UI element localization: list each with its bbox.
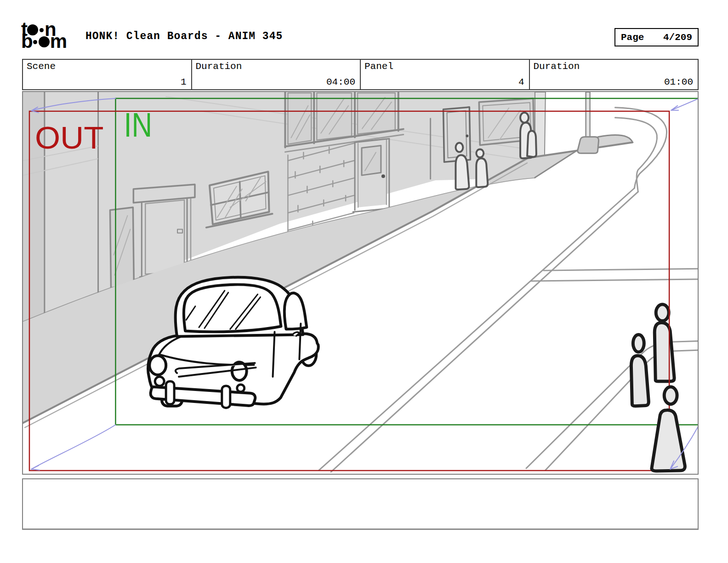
meta-label: Panel — [364, 61, 393, 72]
connector-bottom-left — [31, 425, 116, 471]
caption-box — [22, 478, 699, 530]
camera-frame-out-label: OUT — [35, 121, 104, 155]
meta-label: Duration — [534, 61, 580, 72]
storefront-door — [444, 107, 471, 162]
pedestrian-foreground-front — [652, 387, 685, 471]
display-window — [110, 207, 134, 288]
storyboard-panel-drawing: OUT IN — [23, 92, 698, 474]
logo-letter: m — [50, 34, 66, 48]
storyboard-page: t n b m HONK! Clean Boards - ANIM 345 Pa… — [0, 0, 728, 563]
car-bumper-guard — [166, 381, 174, 404]
car-headlight-left — [149, 356, 166, 375]
meta-value: 4 — [518, 77, 524, 87]
meta-label: Duration — [196, 61, 242, 72]
meta-label: Scene — [27, 61, 56, 72]
page-label: Page — [621, 32, 644, 43]
car-bumper-guard — [222, 386, 230, 408]
street-pole — [578, 92, 599, 153]
toonboom-logo: t n b m — [21, 22, 66, 49]
meta-cell-panel-duration: Duration 01:00 — [530, 60, 698, 89]
storyboard-panel: OUT IN — [22, 91, 699, 475]
panel-meta-table: Scene 1 Duration 04:00 Panel 4 Duration … — [22, 59, 699, 90]
street-scene-sketch — [23, 92, 698, 472]
document-title: HONK! Clean Boards - ANIM 345 — [85, 30, 283, 42]
meta-cell-panel: Panel 4 — [361, 60, 530, 89]
page-value: 4/209 — [663, 32, 692, 43]
logo-dot-large-icon — [39, 36, 50, 47]
logo-letter: b — [21, 34, 32, 48]
meta-value: 04:00 — [326, 77, 355, 87]
logo-row-2: b m — [21, 34, 66, 49]
car-windshield — [184, 285, 281, 332]
car-side-window — [284, 293, 307, 329]
page-number-box: Page 4/209 — [614, 28, 699, 46]
pedestrian-figure — [654, 304, 674, 381]
connector-top-right — [671, 98, 698, 110]
meta-value: 1 — [181, 77, 187, 87]
car-foglight-left — [155, 377, 164, 386]
logo-dot-small-icon — [40, 28, 44, 32]
camera-frame-in-label: IN — [124, 105, 152, 144]
meta-value: 01:00 — [664, 77, 693, 87]
middle-door — [353, 139, 391, 212]
pedestrian-figure — [631, 334, 648, 406]
car-foglight-right — [237, 385, 245, 392]
meta-cell-scene-duration: Duration 04:00 — [192, 60, 361, 89]
meta-cell-scene: Scene 1 — [23, 60, 192, 89]
logo-dot-small-icon — [33, 40, 37, 44]
